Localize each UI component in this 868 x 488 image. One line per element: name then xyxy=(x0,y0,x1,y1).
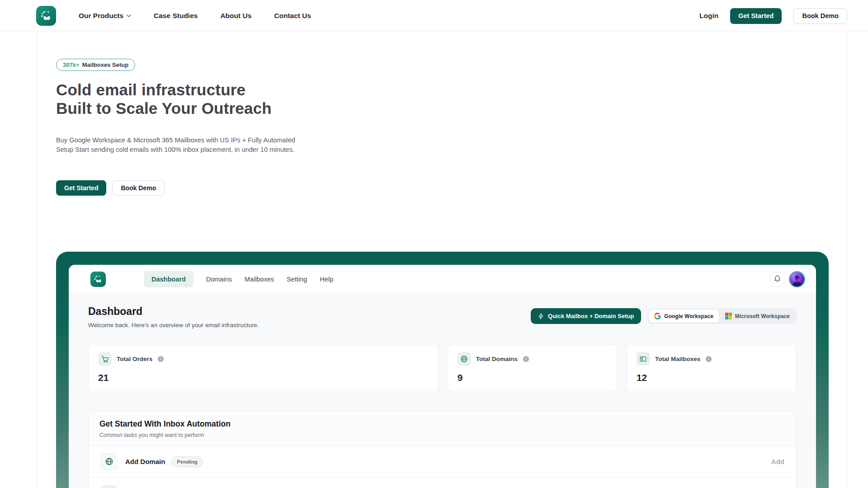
dashboard-tab-help[interactable]: Help xyxy=(320,276,333,283)
avatar-image xyxy=(790,272,804,286)
hero-book-demo-button[interactable]: Book Demo xyxy=(112,180,165,196)
stat-value: 21 xyxy=(98,372,429,383)
page-container: 307k+ Mailboxes Setup Cold email infrast… xyxy=(37,32,847,488)
user-avatar[interactable] xyxy=(790,272,804,286)
stat-card-total-domains: Total Domains 9 xyxy=(448,344,618,392)
nav-label: Case Studies xyxy=(154,12,198,20)
book-demo-button[interactable]: Book Demo xyxy=(793,8,847,24)
hero-title-line2: Built to Scale Your Outreach xyxy=(56,99,272,117)
hero-title-line1: Cold email infrastructure xyxy=(56,81,245,99)
hero-get-started-button[interactable]: Get Started xyxy=(56,180,106,196)
info-icon[interactable] xyxy=(705,356,712,362)
nav-our-products[interactable]: Our Products xyxy=(79,12,131,20)
dashboard-content: Dashboard Welcome back. Here's an overvi… xyxy=(69,294,816,488)
badge-count: 307k+ xyxy=(63,61,80,68)
stat-label: Total Mailboxes xyxy=(655,356,700,362)
workspace-toggle: Google Workspace Microsoft Workspace xyxy=(647,308,797,324)
main-nav: Our Products Case Studies About Us Conta… xyxy=(79,12,311,20)
automation-row-add-domain[interactable]: Add Domain Pending Add xyxy=(89,446,796,478)
dashboard-tab-setting[interactable]: Setting xyxy=(287,276,307,283)
dashboard-logo[interactable] xyxy=(90,272,106,287)
google-workspace-segment[interactable]: Google Workspace xyxy=(649,310,718,323)
microsoft-icon xyxy=(725,313,732,319)
cart-icon xyxy=(98,352,112,366)
stat-value: 9 xyxy=(458,372,608,383)
inbox-automation-card: Get Started With Inbox Automation Common… xyxy=(88,410,797,488)
header-actions: Login Get Started Book Demo xyxy=(699,8,847,24)
add-link[interactable]: Add xyxy=(771,458,784,465)
microsoft-workspace-label: Microsoft Workspace xyxy=(735,313,790,319)
nav-contact-us[interactable]: Contact Us xyxy=(274,12,311,20)
hero-title: Cold email infrastructure Built to Scale… xyxy=(56,80,847,117)
nav-about-us[interactable]: About Us xyxy=(220,12,251,20)
automation-subtitle: Common tasks you might want to perform xyxy=(99,432,785,438)
globe-icon xyxy=(100,453,118,470)
hero-description-line2: Setup Start sending cold emails with 100… xyxy=(56,145,847,155)
dashboard-preview-frame: Dashboard Domains Mailboxes Setting Help xyxy=(56,252,829,488)
badge-text: Mailboxes Setup xyxy=(82,61,129,68)
quick-setup-button[interactable]: Quick Mailbox + Domain Setup xyxy=(531,308,641,324)
nav-label: About Us xyxy=(220,12,251,20)
automation-row-partial[interactable] xyxy=(89,478,796,488)
stat-card-total-mailboxes: Total Mailboxes 12 xyxy=(627,344,797,392)
dashboard-tab-dashboard[interactable]: Dashboard xyxy=(144,271,193,287)
google-workspace-label: Google Workspace xyxy=(664,313,713,319)
site-header: Our Products Case Studies About Us Conta… xyxy=(0,0,868,32)
hero-buttons: Get Started Book Demo xyxy=(56,180,847,196)
dashboard-header: Dashboard Welcome back. Here's an overvi… xyxy=(88,305,797,328)
info-icon[interactable] xyxy=(157,356,164,362)
stat-value: 12 xyxy=(637,372,787,383)
quick-setup-label: Quick Mailbox + Domain Setup xyxy=(548,313,634,319)
header-controls: Quick Mailbox + Domain Setup Goog xyxy=(531,308,797,324)
stat-label: Total Domains xyxy=(476,356,518,362)
chevron-down-icon xyxy=(127,14,131,17)
nav-case-studies[interactable]: Case Studies xyxy=(154,12,198,20)
dashboard-panel: Dashboard Domains Mailboxes Setting Help xyxy=(69,265,816,488)
google-icon xyxy=(654,313,661,319)
logo-icon xyxy=(92,273,104,285)
logo-icon xyxy=(38,8,54,23)
hero-description: Buy Google Workspace & Microsoft 365 Mai… xyxy=(56,136,847,155)
row-label: Add Domain xyxy=(125,458,165,465)
mailbox-icon xyxy=(637,352,650,366)
notifications-button[interactable] xyxy=(770,272,784,286)
site-logo[interactable] xyxy=(36,6,56,26)
topbar-right xyxy=(770,272,804,286)
task-icon xyxy=(100,485,118,488)
automation-title: Get Started With Inbox Automation xyxy=(99,419,785,429)
hero-description-line1: Buy Google Workspace & Microsoft 365 Mai… xyxy=(56,136,847,145)
status-badge: Pending xyxy=(171,456,203,467)
bell-icon xyxy=(774,275,781,283)
hero-section: 307k+ Mailboxes Setup Cold email infrast… xyxy=(37,32,847,196)
info-icon[interactable] xyxy=(523,356,529,362)
stats-row: Total Orders 21 xyxy=(88,344,797,392)
login-link[interactable]: Login xyxy=(699,12,718,20)
microsoft-workspace-segment[interactable]: Microsoft Workspace xyxy=(720,310,795,323)
stat-card-total-orders: Total Orders 21 xyxy=(88,344,439,392)
dashboard-tab-domains[interactable]: Domains xyxy=(206,276,232,283)
dashboard-tab-mailboxes[interactable]: Mailboxes xyxy=(245,276,274,283)
mailboxes-setup-badge: 307k+ Mailboxes Setup xyxy=(56,59,135,71)
automation-header: Get Started With Inbox Automation Common… xyxy=(89,411,796,446)
nav-label: Our Products xyxy=(79,12,123,20)
page-subtitle: Welcome back. Here's an overview of your… xyxy=(88,322,259,328)
dashboard-topbar: Dashboard Domains Mailboxes Setting Help xyxy=(69,265,816,294)
page-title: Dashboard xyxy=(88,305,259,318)
stat-label: Total Orders xyxy=(117,356,152,362)
dashboard-nav: Dashboard Domains Mailboxes Setting Help xyxy=(144,271,333,287)
get-started-button[interactable]: Get Started xyxy=(730,8,782,24)
globe-icon xyxy=(458,352,471,366)
dashboard-title-block: Dashboard Welcome back. Here's an overvi… xyxy=(88,305,259,328)
bolt-icon xyxy=(538,313,544,319)
nav-label: Contact Us xyxy=(274,12,311,20)
